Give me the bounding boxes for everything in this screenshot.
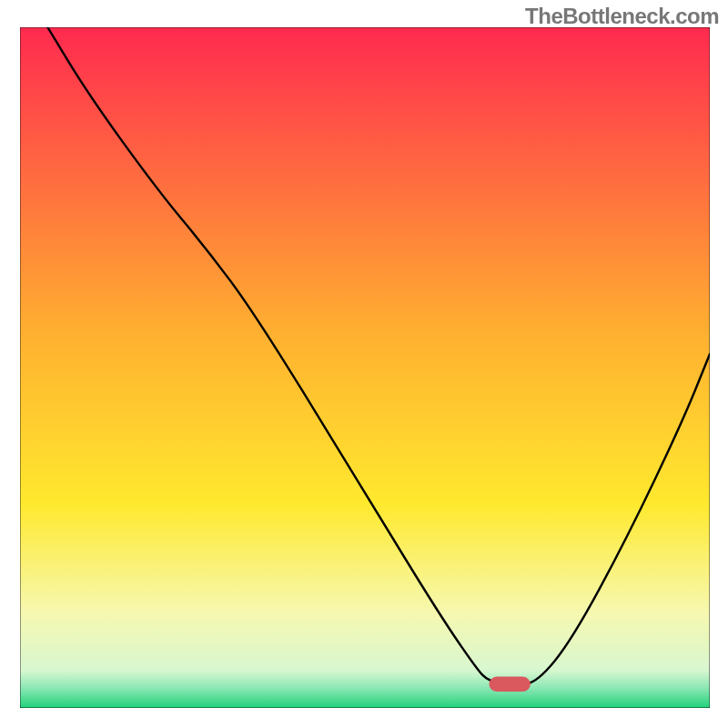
bottleneck-chart	[20, 27, 710, 708]
optimal-marker	[489, 677, 530, 692]
watermark-text: TheBottleneck.com	[525, 4, 719, 29]
gradient-background	[20, 27, 710, 708]
